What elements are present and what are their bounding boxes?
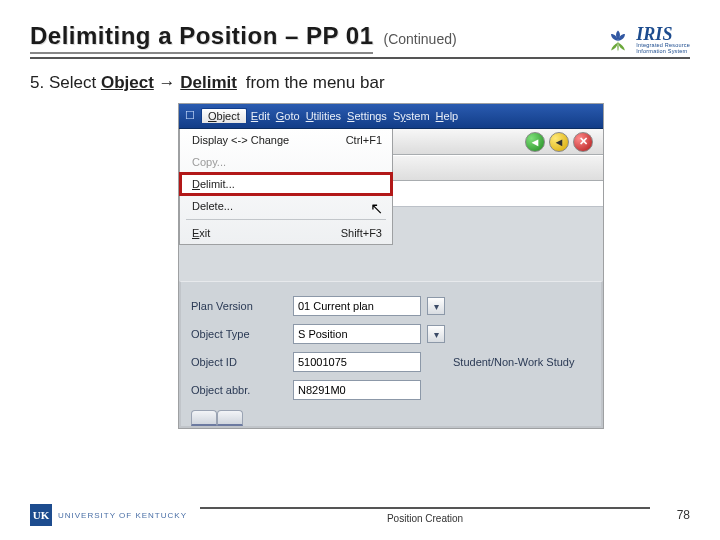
oabbr-input[interactable] (293, 380, 421, 400)
step-num: 5. (30, 73, 44, 92)
oabbr-label: Object abbr. (191, 384, 287, 396)
menu-utilities[interactable]: Utilities (304, 109, 343, 122)
toolbar-back-icon[interactable]: ◄ (525, 132, 545, 152)
footer-caption: Position Creation (200, 507, 650, 524)
dd-exit-shortcut: Shift+F3 (341, 227, 382, 239)
otype-label: Object Type (191, 328, 287, 340)
dd-display-label: Display <-> Change (192, 134, 289, 146)
object-dropdown: Display <-> Change Ctrl+F1 Copy... Delim… (179, 129, 393, 245)
sap-menubar: ☐ Object Edit Goto Utilities Settings Sy… (179, 104, 603, 129)
tab-b[interactable] (217, 410, 243, 426)
sap-tabbar (191, 410, 591, 426)
sap-screenshot: ☐ Object Edit Goto Utilities Settings Sy… (178, 103, 604, 429)
plan-picker-icon[interactable]: ▾ (427, 297, 445, 315)
iris-logo: IRIS Integrated Resource Information Sys… (604, 25, 690, 54)
dd-display-shortcut: Ctrl+F1 (346, 134, 382, 146)
step-trail: from the menu bar (241, 73, 385, 92)
dd-copy: Copy... (180, 151, 392, 173)
page-subtitle: (Continued) (383, 31, 456, 47)
menu-edit[interactable]: Edit (249, 109, 272, 122)
menu-help[interactable]: Help (434, 109, 461, 122)
step-arrow: → (154, 73, 180, 92)
dd-copy-label: Copy... (192, 156, 226, 168)
otype-picker-icon[interactable]: ▾ (427, 325, 445, 343)
menu-system[interactable]: System (391, 109, 432, 122)
uk-monogram-icon: UK (30, 504, 52, 526)
page-number: 78 (650, 508, 690, 522)
plan-label: Plan Version (191, 300, 287, 312)
field-object-id: Object ID Student/Non-Work Study (191, 348, 591, 376)
dd-delimit[interactable]: Delimit... (180, 173, 392, 195)
menu-object[interactable]: Object (201, 108, 247, 123)
tab-a[interactable] (191, 410, 217, 426)
page-title: Delimiting a Position – PP 01 (30, 22, 373, 54)
dd-delete[interactable]: Delete... (180, 195, 392, 217)
step-lead: Select (49, 73, 101, 92)
dd-exit[interactable]: Exit Shift+F3 (180, 222, 392, 244)
oid-label: Object ID (191, 356, 287, 368)
dd-delete-label: Delete... (192, 200, 233, 212)
iris-tag2: Information System (636, 49, 690, 55)
step-delimit: Delimit (180, 73, 237, 92)
dd-exit-label: Exit (192, 227, 210, 239)
field-object-abbr: Object abbr. (191, 376, 591, 404)
field-object-type: Object Type ▾ (191, 320, 591, 348)
cursor-icon: ↖ (370, 199, 383, 218)
dd-display-change[interactable]: Display <-> Change Ctrl+F1 (180, 129, 392, 151)
header-divider (30, 56, 690, 59)
sap-window-icon: ☐ (185, 109, 195, 122)
plan-input[interactable] (293, 296, 421, 316)
field-plan-version: Plan Version ▾ (191, 292, 591, 320)
instruction-step: 5. Select Object → Delimit from the menu… (30, 73, 690, 93)
oid-input[interactable] (293, 352, 421, 372)
dd-separator (186, 219, 386, 220)
oid-desc: Student/Non-Work Study (453, 356, 591, 368)
toolbar-cancel-icon[interactable]: ✕ (573, 132, 593, 152)
uk-logo: UK UNIVERSITY OF KENTUCKY (30, 504, 200, 526)
iris-flower-icon (604, 27, 632, 53)
menu-goto[interactable]: Goto (274, 109, 302, 122)
uk-text: UNIVERSITY OF KENTUCKY (58, 511, 187, 520)
menu-settings[interactable]: Settings (345, 109, 389, 122)
iris-name: IRIS (636, 25, 690, 43)
dd-delimit-label: Delimit... (192, 178, 235, 190)
step-object: Object (101, 73, 154, 92)
otype-input[interactable] (293, 324, 421, 344)
toolbar-exit-icon[interactable]: ◄ (549, 132, 569, 152)
sap-form: Plan Version ▾ Object Type ▾ Object ID S… (179, 281, 603, 428)
